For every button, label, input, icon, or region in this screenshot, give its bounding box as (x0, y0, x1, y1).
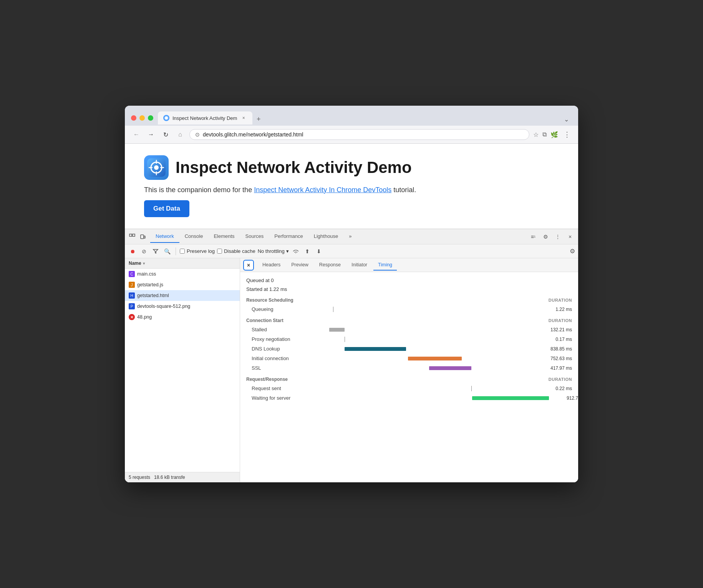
sort-arrow: ▾ (143, 261, 145, 266)
profile-avatar[interactable]: 🌿 (550, 131, 558, 138)
devtools-tab-icons (128, 233, 147, 241)
stalled-duration: 132.21 ms (537, 327, 572, 332)
refresh-button[interactable]: ↻ (160, 129, 171, 140)
files-header: Name ▾ (125, 258, 240, 269)
address-bar: ← → ↻ ⌂ ⊙ devtools.glitch.me/network/get… (125, 126, 578, 144)
stalled-bar-area (325, 328, 533, 332)
devtools-tabs: Network Console Elements Sources Perform… (125, 229, 578, 244)
desc-suffix: tutorial. (391, 186, 416, 194)
timing-waiting: Waiting for server 912.77 ms (240, 393, 578, 403)
tab-console[interactable]: Console (179, 230, 209, 243)
tab-network[interactable]: Network (150, 230, 179, 243)
settings-icon[interactable]: ⚙ (541, 232, 550, 242)
throttling-select[interactable]: No throttling ▾ (258, 248, 289, 254)
tab-timing[interactable]: Timing (373, 260, 397, 271)
record-button[interactable]: ⏺ (128, 247, 137, 256)
feedback-icon[interactable]: ≡1 (528, 232, 538, 242)
extensions-icon[interactable]: ⧉ (542, 131, 547, 138)
tab-preview[interactable]: Preview (287, 260, 313, 271)
request-response-label: Request/Response DURATION (240, 373, 578, 384)
network-conditions-icon[interactable] (291, 247, 300, 256)
timing-queueing: Queueing 1.22 ms (240, 304, 578, 314)
initial-connection-label: Initial connection (252, 355, 321, 361)
tab-close-button[interactable]: × (240, 115, 247, 121)
ssl-duration: 417.97 ms (537, 365, 572, 371)
bookmark-icon[interactable]: ☆ (533, 131, 539, 138)
tab-more[interactable]: » (343, 230, 357, 243)
preserve-log-checkbox[interactable] (180, 249, 185, 254)
tab-initiator[interactable]: Initiator (347, 260, 372, 271)
svg-rect-12 (144, 236, 145, 238)
file-item-js[interactable]: J getstarted.js (125, 279, 240, 290)
timing-panel[interactable]: Queued at 0 Started at 1.22 ms Resource … (240, 272, 578, 482)
close-button[interactable] (131, 115, 136, 121)
details-tabs: × Headers Preview Response Initiator Tim… (240, 258, 578, 272)
queueing-label: Queueing (252, 306, 321, 312)
started-at: Started at 1.22 ms (240, 285, 578, 294)
file-item-css[interactable]: C main.css (125, 269, 240, 279)
svg-rect-9 (129, 234, 132, 236)
tab-headers[interactable]: Headers (258, 260, 285, 271)
tab-menu-button[interactable]: ⌄ (561, 114, 572, 125)
tutorial-link[interactable]: Inspect Network Activity In Chrome DevTo… (254, 186, 391, 194)
tab-title: Inspect Network Activity Dem (172, 115, 237, 121)
page-title: Inspect Network Activity Demo (176, 158, 412, 177)
inspector-icon[interactable] (128, 233, 136, 241)
tab-favicon (163, 115, 169, 121)
close-devtools-button[interactable]: × (565, 232, 575, 242)
import-har-icon[interactable]: ⬆ (303, 247, 312, 256)
js-file-icon: J (129, 282, 135, 288)
maximize-button[interactable] (148, 115, 153, 121)
proxy-tick (345, 337, 345, 342)
url-bar[interactable]: ⊙ devtools.glitch.me/network/getstarted.… (189, 129, 529, 140)
file-item-html[interactable]: H getstarted.html (125, 290, 240, 301)
timing-ssl: SSL 417.97 ms (240, 363, 578, 373)
resource-scheduling-text: Resource Scheduling (246, 297, 293, 303)
queueing-duration: 1.22 ms (537, 307, 572, 312)
timing-dns: DNS Lookup 838.85 ms (240, 344, 578, 354)
transfer-size: 18.6 kB transfe (154, 475, 185, 480)
disable-cache-label[interactable]: Disable cache (217, 248, 255, 254)
get-data-button[interactable]: Get Data (144, 200, 189, 217)
close-detail-button[interactable]: × (243, 260, 254, 271)
preserve-log-text: Preserve log (187, 248, 215, 254)
browser-menu-button[interactable]: ⋮ (562, 129, 572, 140)
file-item-err[interactable]: ✕ 48.png (125, 312, 240, 322)
preserve-log-label[interactable]: Preserve log (180, 248, 215, 254)
clear-button[interactable]: ⊘ (139, 247, 149, 256)
more-options-icon[interactable]: ⋮ (553, 232, 563, 242)
tab-elements[interactable]: Elements (208, 230, 240, 243)
home-button[interactable]: ⌂ (175, 129, 186, 140)
filter-button[interactable] (151, 247, 160, 256)
device-toolbar-icon[interactable] (139, 233, 147, 241)
queued-at: Queued at 0 (240, 276, 578, 285)
page-logo (144, 155, 169, 180)
minimize-button[interactable] (139, 115, 145, 121)
queueing-tick (333, 307, 333, 312)
tab-sources[interactable]: Sources (240, 230, 269, 243)
svg-rect-11 (141, 235, 144, 239)
details-panel: × Headers Preview Response Initiator Tim… (240, 258, 578, 482)
dns-bar (345, 347, 406, 351)
disable-cache-checkbox[interactable] (217, 249, 222, 254)
desc-prefix: This is the companion demo for the (144, 186, 254, 194)
stalled-label: Stalled (252, 327, 321, 332)
queueing-bar (325, 307, 533, 311)
export-har-icon[interactable]: ⬇ (314, 247, 323, 256)
back-button[interactable]: ← (131, 129, 142, 140)
tab-performance[interactable]: Performance (269, 230, 308, 243)
ssl-label: SSL (252, 365, 321, 371)
proxy-bar-area (325, 337, 533, 341)
active-tab[interactable]: Inspect Network Activity Dem × (158, 111, 252, 125)
file-item-png[interactable]: P devtools-square-512.png (125, 301, 240, 312)
svg-point-4 (154, 165, 159, 170)
tab-response[interactable]: Response (315, 260, 345, 271)
timing-request-sent: Request sent 0.22 ms (240, 384, 578, 393)
network-settings-icon[interactable]: ⚙ (570, 247, 575, 255)
forward-button[interactable]: → (146, 129, 156, 140)
proxy-duration: 0.17 ms (537, 337, 572, 342)
search-button[interactable]: 🔍 (162, 247, 172, 256)
new-tab-button[interactable]: + (253, 114, 264, 125)
tab-lighthouse[interactable]: Lighthouse (308, 230, 344, 243)
throttling-arrow: ▾ (286, 248, 289, 254)
